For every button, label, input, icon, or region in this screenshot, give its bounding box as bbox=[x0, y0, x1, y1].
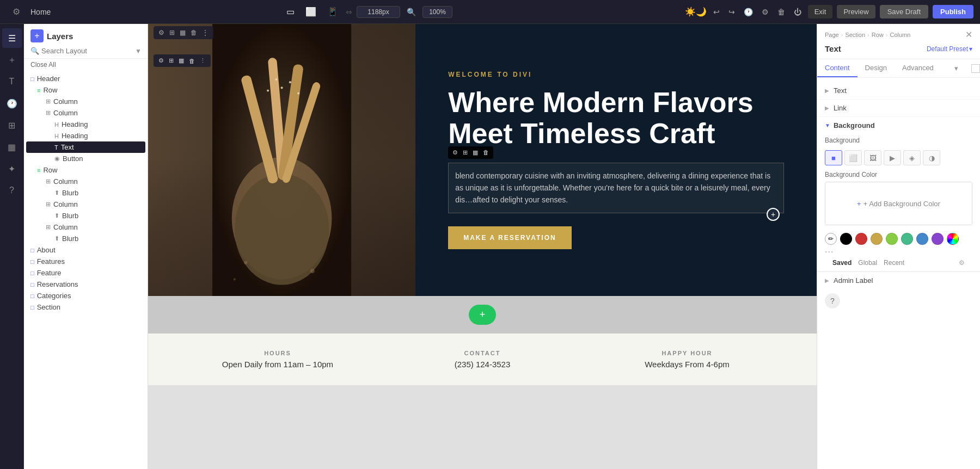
text-add-button[interactable]: + bbox=[767, 208, 780, 221]
layer-categories[interactable]: □ Categories bbox=[26, 290, 145, 301]
row-settings-btn[interactable]: ⚙ bbox=[157, 56, 166, 65]
add-background-color-box[interactable]: + + Add Background Color bbox=[825, 182, 972, 225]
layer-blurb-1[interactable]: ⬆ Blurb bbox=[26, 187, 145, 199]
section-settings-btn[interactable]: ⚙ bbox=[157, 28, 166, 38]
trash-icon[interactable]: 🗑 bbox=[775, 5, 787, 18]
add-module-icon[interactable]: ＋ bbox=[2, 50, 22, 70]
swatch-purple[interactable] bbox=[932, 233, 944, 245]
desktop-view-btn[interactable]: ▭ bbox=[283, 4, 298, 19]
breadcrumb-column[interactable]: Column bbox=[890, 32, 910, 38]
help-button[interactable]: ? bbox=[825, 293, 840, 308]
section-duplicate-btn[interactable]: ⊞ bbox=[168, 28, 176, 38]
color-edit-button[interactable]: ✏ bbox=[825, 233, 837, 245]
row-duplicate-btn[interactable]: ⊞ bbox=[167, 56, 175, 65]
text-section-row[interactable]: ▶ Text bbox=[817, 82, 980, 100]
bg-color-type-btn[interactable]: ■ bbox=[825, 150, 842, 165]
layer-features[interactable]: □ Features bbox=[26, 256, 145, 267]
color-tab-recent[interactable]: Recent bbox=[884, 259, 904, 267]
text-duplicate-btn[interactable]: ⊞ bbox=[461, 148, 469, 157]
swatch-red[interactable] bbox=[855, 233, 867, 245]
publish-button[interactable]: Publish bbox=[933, 5, 973, 18]
bg-pattern-type-btn[interactable]: ◈ bbox=[903, 150, 921, 165]
swatch-black[interactable] bbox=[840, 233, 852, 245]
layer-row-2[interactable]: ≡ Row bbox=[26, 164, 145, 176]
swatch-green[interactable] bbox=[886, 233, 898, 245]
admin-label-row[interactable]: ▶ Admin Label bbox=[817, 271, 980, 289]
row-grid-btn[interactable]: ▦ bbox=[177, 56, 186, 65]
layers-icon[interactable]: ☰ bbox=[2, 28, 22, 48]
color-tab-global[interactable]: Global bbox=[858, 259, 877, 267]
text-settings-btn[interactable]: ⚙ bbox=[451, 148, 460, 157]
tab-design[interactable]: Design bbox=[857, 59, 895, 77]
breadcrumb-row[interactable]: Row bbox=[872, 32, 884, 38]
reservation-button[interactable]: MAKE A RESERVATION bbox=[448, 226, 571, 249]
layer-col-2[interactable]: ⊞ Column bbox=[26, 107, 145, 119]
breadcrumb-page[interactable]: Page bbox=[825, 32, 839, 38]
layouts-icon[interactable]: ⊞ bbox=[2, 115, 22, 135]
layer-heading-2[interactable]: H Heading bbox=[26, 130, 145, 141]
text-grid-btn[interactable]: ▦ bbox=[471, 148, 480, 157]
layer-col-3[interactable]: ⊞ Column bbox=[26, 176, 145, 187]
layer-blurb-2[interactable]: ⬆ Blurb bbox=[26, 210, 145, 221]
link-section-row[interactable]: ▶ Link bbox=[817, 100, 980, 117]
width-input[interactable] bbox=[357, 6, 400, 18]
history-sidebar-icon[interactable]: 🕐 bbox=[2, 94, 22, 113]
color-settings-btn[interactable]: ⚙ bbox=[959, 259, 965, 267]
layer-about[interactable]: □ About bbox=[26, 244, 145, 256]
redo-icon[interactable]: ↪ bbox=[726, 5, 737, 18]
help-sidebar-icon[interactable]: ? bbox=[2, 181, 22, 200]
layer-heading-1[interactable]: H Heading bbox=[26, 119, 145, 130]
layer-col-1[interactable]: ⊞ Column bbox=[26, 96, 145, 107]
row-delete-btn[interactable]: 🗑 bbox=[187, 56, 197, 65]
swatch-blue[interactable] bbox=[916, 233, 928, 245]
bg-video-type-btn[interactable]: ▶ bbox=[884, 150, 901, 165]
swatch-teal[interactable] bbox=[901, 233, 913, 245]
mobile-view-btn[interactable]: 📱 bbox=[324, 4, 341, 19]
breadcrumb-section[interactable]: Section bbox=[845, 32, 865, 38]
layer-feature[interactable]: □ Feature bbox=[26, 267, 145, 279]
plugins-icon[interactable]: ✦ bbox=[2, 159, 22, 178]
text-icon[interactable]: T bbox=[2, 72, 22, 91]
layers-search-input[interactable] bbox=[41, 47, 133, 55]
swatch-gold[interactable] bbox=[871, 233, 883, 245]
undo-icon[interactable]: ↩ bbox=[711, 5, 722, 18]
layer-col-4[interactable]: ⊞ Column bbox=[26, 199, 145, 210]
layer-col-5[interactable]: ⊞ Column bbox=[26, 221, 145, 233]
panel-tab-dropdown[interactable]: ▾ bbox=[951, 59, 961, 77]
filter-icon[interactable]: ▼ bbox=[135, 47, 142, 55]
layer-section[interactable]: □ Section bbox=[26, 301, 145, 313]
layer-text-selected[interactable]: T Text bbox=[26, 141, 145, 153]
history-icon[interactable]: 🕐 bbox=[742, 5, 755, 18]
close-all-button[interactable]: Close All bbox=[24, 59, 148, 71]
bg-image-type-btn[interactable]: 🖼 bbox=[864, 150, 881, 165]
theme-toggle[interactable]: ☀️🌙 bbox=[685, 7, 707, 17]
panel-close-button[interactable]: ✕ bbox=[965, 29, 972, 40]
zoom-input[interactable] bbox=[422, 6, 452, 18]
media-icon[interactable]: ▦ bbox=[2, 137, 22, 157]
layer-blurb-3[interactable]: ⬆ Blurb bbox=[26, 233, 145, 244]
text-delete-btn[interactable]: 🗑 bbox=[481, 148, 491, 157]
section-delete-btn[interactable]: 🗑 bbox=[189, 28, 199, 38]
layers-add-button[interactable]: + bbox=[30, 29, 44, 42]
layer-button[interactable]: ◉ Button bbox=[26, 153, 145, 164]
tab-advanced[interactable]: Advanced bbox=[895, 59, 941, 77]
settings-icon[interactable]: ⚙ bbox=[759, 5, 771, 18]
color-tab-saved[interactable]: Saved bbox=[832, 259, 852, 267]
add-section-button[interactable]: + bbox=[469, 305, 497, 325]
more-swatches-btn[interactable]: ··· bbox=[825, 247, 834, 257]
layer-header[interactable]: □ Header bbox=[26, 73, 145, 84]
layer-reservations[interactable]: □ Reservations bbox=[26, 279, 145, 290]
power-icon[interactable]: ⏻ bbox=[792, 5, 804, 18]
bg-gradient-type-btn[interactable]: ⬜ bbox=[844, 150, 862, 165]
preview-button[interactable]: Preview bbox=[837, 5, 875, 18]
exit-button[interactable]: Exit bbox=[808, 5, 833, 18]
tab-content[interactable]: Content bbox=[817, 59, 857, 77]
panel-preset[interactable]: Default Preset ▾ bbox=[927, 45, 972, 53]
section-grid-btn[interactable]: ▦ bbox=[178, 28, 187, 38]
gear-icon[interactable]: ⚙ bbox=[7, 2, 26, 22]
swatch-rainbow[interactable] bbox=[947, 233, 959, 245]
section-more-btn[interactable]: ⋮ bbox=[200, 28, 210, 38]
row-more-btn[interactable]: ⋮ bbox=[198, 56, 207, 65]
panel-tab-checkbox[interactable] bbox=[971, 64, 980, 73]
layer-row-1[interactable]: ≡ Row bbox=[26, 84, 145, 96]
